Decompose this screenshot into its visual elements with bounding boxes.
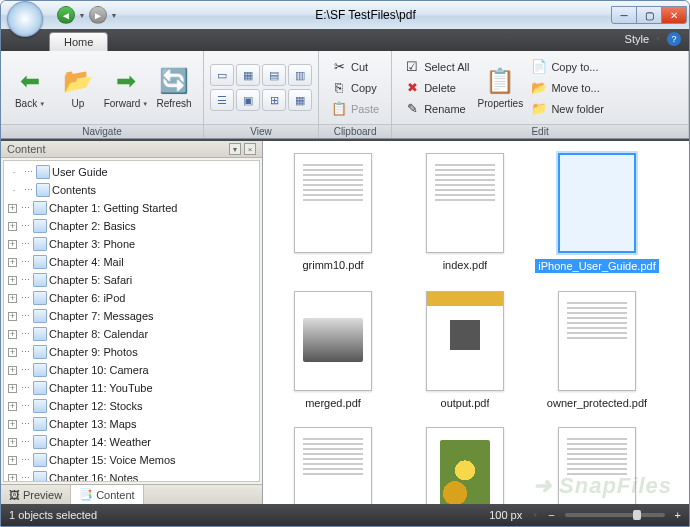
tab-content[interactable]: 📑Content bbox=[71, 485, 144, 504]
expand-icon[interactable]: + bbox=[8, 258, 17, 267]
help-icon[interactable]: ? bbox=[667, 32, 681, 46]
zoom-in-icon[interactable]: + bbox=[675, 509, 681, 521]
tree-item-label: Chapter 6: iPod bbox=[49, 292, 125, 304]
tree-item[interactable]: +⋯Chapter 3: Phone bbox=[4, 235, 259, 253]
close-button[interactable]: ✕ bbox=[661, 6, 687, 24]
tree-item[interactable]: ·⋯Contents bbox=[4, 181, 259, 199]
tree-bullet-icon: · bbox=[8, 185, 20, 195]
expand-icon[interactable]: + bbox=[8, 402, 17, 411]
view-mode-8[interactable]: ▦ bbox=[288, 89, 312, 111]
expand-icon[interactable]: + bbox=[8, 474, 17, 483]
panel-close-icon[interactable]: × bbox=[244, 143, 256, 155]
tree-item[interactable]: +⋯Chapter 4: Mail bbox=[4, 253, 259, 271]
file-item[interactable]: output.pdf bbox=[399, 291, 531, 409]
expand-icon[interactable]: + bbox=[8, 240, 17, 249]
file-view[interactable]: grimm10.pdfindex.pdfiPhone_User_Guide.pd… bbox=[263, 141, 689, 504]
zoom-out-icon[interactable]: − bbox=[548, 509, 554, 521]
expand-icon[interactable]: + bbox=[8, 456, 17, 465]
file-thumbnail bbox=[558, 291, 636, 391]
refresh-button[interactable]: 🔄Refresh bbox=[151, 64, 197, 111]
file-thumbnail bbox=[294, 291, 372, 391]
tree-item[interactable]: +⋯Chapter 6: iPod bbox=[4, 289, 259, 307]
style-menu[interactable]: Style bbox=[625, 33, 649, 45]
tree-item[interactable]: +⋯Chapter 5: Safari bbox=[4, 271, 259, 289]
maximize-button[interactable]: ▢ bbox=[636, 6, 662, 24]
tree-item[interactable]: +⋯Chapter 1: Getting Started bbox=[4, 199, 259, 217]
history-forward-button[interactable]: ► bbox=[89, 6, 107, 24]
file-item[interactable]: index.pdf bbox=[399, 153, 531, 273]
history-forward-dropdown[interactable]: ▼ bbox=[109, 6, 119, 24]
file-name: output.pdf bbox=[441, 397, 490, 409]
app-menu-orb[interactable] bbox=[7, 1, 43, 37]
properties-button[interactable]: 📋Properties bbox=[477, 64, 523, 111]
panel-dropdown-icon[interactable]: ▾ bbox=[229, 143, 241, 155]
zoom-value: 100 px bbox=[489, 509, 522, 521]
rename-button[interactable]: ✎Rename bbox=[402, 99, 471, 119]
content-tree[interactable]: ·⋯User Guide·⋯Contents+⋯Chapter 1: Getti… bbox=[3, 160, 260, 482]
cut-button[interactable]: ✂Cut bbox=[329, 57, 381, 77]
tree-item[interactable]: +⋯Chapter 9: Photos bbox=[4, 343, 259, 361]
new-folder-button[interactable]: 📁New folder bbox=[529, 99, 606, 119]
file-item[interactable]: grimm10.pdf bbox=[267, 153, 399, 273]
tree-item-label: Chapter 4: Mail bbox=[49, 256, 124, 268]
view-mode-7[interactable]: ⊞ bbox=[262, 89, 286, 111]
tree-item[interactable]: +⋯Chapter 2: Basics bbox=[4, 217, 259, 235]
file-item[interactable]: pride and prejudice.pdf bbox=[531, 427, 663, 504]
paste-button[interactable]: 📋Paste bbox=[329, 99, 381, 119]
group-label-edit: Edit bbox=[392, 124, 688, 138]
view-mode-6[interactable]: ▣ bbox=[236, 89, 260, 111]
file-item[interactable]: owner_protected.pdf bbox=[531, 291, 663, 409]
minimize-button[interactable]: ─ bbox=[611, 6, 637, 24]
tree-item[interactable]: +⋯Chapter 15: Voice Memos bbox=[4, 451, 259, 469]
history-back-dropdown[interactable]: ▼ bbox=[77, 6, 87, 24]
view-mode-1[interactable]: ▭ bbox=[210, 64, 234, 86]
tree-item[interactable]: +⋯Chapter 7: Messages bbox=[4, 307, 259, 325]
copy-to-button[interactable]: 📄Copy to... bbox=[529, 57, 606, 77]
expand-icon[interactable]: + bbox=[8, 330, 17, 339]
delete-button[interactable]: ✖Delete bbox=[402, 78, 471, 98]
file-item[interactable]: owner_protected_NoRes... bbox=[267, 427, 399, 504]
back-button[interactable]: ⬅Back▼ bbox=[7, 64, 53, 111]
expand-icon[interactable]: + bbox=[8, 384, 17, 393]
expand-icon[interactable]: + bbox=[8, 348, 17, 357]
expand-icon[interactable]: + bbox=[8, 276, 17, 285]
forward-button[interactable]: ➡Forward▼ bbox=[103, 64, 149, 111]
expand-icon[interactable]: + bbox=[8, 222, 17, 231]
view-mode-2[interactable]: ▦ bbox=[236, 64, 260, 86]
expand-icon[interactable]: + bbox=[8, 438, 17, 447]
tab-preview[interactable]: 🖼Preview bbox=[1, 485, 71, 504]
view-mode-3[interactable]: ▤ bbox=[262, 64, 286, 86]
move-to-button[interactable]: 📂Move to... bbox=[529, 78, 606, 98]
tree-connector-icon: ⋯ bbox=[19, 329, 31, 339]
tree-item[interactable]: +⋯Chapter 12: Stocks bbox=[4, 397, 259, 415]
up-button[interactable]: 📂Up bbox=[55, 64, 101, 111]
file-item[interactable]: merged.pdf bbox=[267, 291, 399, 409]
tree-item[interactable]: +⋯Chapter 11: YouTube bbox=[4, 379, 259, 397]
expand-icon[interactable]: + bbox=[8, 420, 17, 429]
expand-icon[interactable]: + bbox=[8, 294, 17, 303]
tree-item[interactable]: +⋯Chapter 16: Notes bbox=[4, 469, 259, 482]
status-selection: 1 objects selected bbox=[9, 509, 97, 521]
file-item[interactable]: photos.pdf bbox=[399, 427, 531, 504]
file-item[interactable]: iPhone_User_Guide.pdf bbox=[531, 153, 663, 273]
expand-icon[interactable]: + bbox=[8, 312, 17, 321]
view-mode-4[interactable]: ▥ bbox=[288, 64, 312, 86]
content-panel: Content ▾ × ·⋯User Guide·⋯Contents+⋯Chap… bbox=[1, 141, 263, 504]
copy-button[interactable]: ⎘Copy bbox=[329, 78, 381, 98]
view-mode-5[interactable]: ☰ bbox=[210, 89, 234, 111]
tree-item[interactable]: +⋯Chapter 13: Maps bbox=[4, 415, 259, 433]
zoom-slider[interactable] bbox=[565, 513, 665, 517]
expand-icon[interactable]: + bbox=[8, 204, 17, 213]
tree-item[interactable]: +⋯Chapter 10: Camera bbox=[4, 361, 259, 379]
tab-home[interactable]: Home bbox=[49, 32, 108, 51]
window-title-path: E:\SF TestFiles\pdf bbox=[119, 8, 612, 22]
tree-item[interactable]: ·⋯User Guide bbox=[4, 163, 259, 181]
select-all-button[interactable]: ☑Select All bbox=[402, 57, 471, 77]
page-icon bbox=[33, 453, 47, 467]
tree-item[interactable]: +⋯Chapter 14: Weather bbox=[4, 433, 259, 451]
history-back-button[interactable]: ◄ bbox=[57, 6, 75, 24]
expand-icon[interactable]: + bbox=[8, 366, 17, 375]
zoom-dropdown-icon[interactable]: ▼ bbox=[532, 512, 538, 518]
tree-item[interactable]: +⋯Chapter 8: Calendar bbox=[4, 325, 259, 343]
group-view: ▭ ▦ ▤ ▥ ☰ ▣ ⊞ ▦ View bbox=[204, 51, 319, 138]
